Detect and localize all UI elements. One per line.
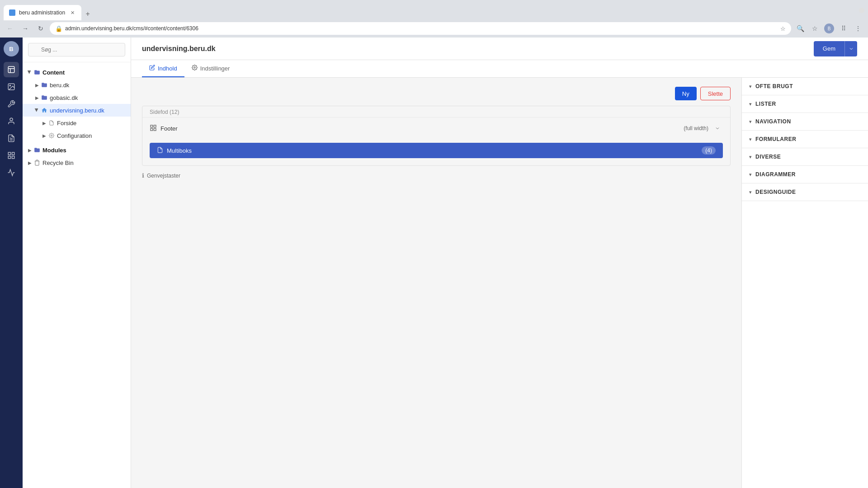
designguide-label: DESIGNGUIDE [755,189,796,195]
navigation-header[interactable]: ▾ NAVIGATION [742,113,868,130]
tab-title: beru administration [19,9,65,16]
footer-meta: (full width) [684,125,708,131]
sidebar-analytics-icon[interactable] [4,165,19,180]
footer-expand-button[interactable] [712,123,723,134]
right-section-diagrammer: ▾ DIAGRAMMER [742,166,868,183]
formularer-header[interactable]: ▾ FORMULARER [742,131,868,148]
beru-label: beru.dk [50,82,69,89]
delete-button[interactable]: Slette [700,87,731,100]
multiboks-item[interactable]: Multiboks (4) [150,143,723,158]
action-bar: Ny Slette [142,87,731,100]
multiboks-label: Multiboks [167,147,192,154]
beru-chevron: ▶ [33,81,41,89]
forward-button[interactable]: → [19,22,32,35]
page-title: undervisning.beru.dk [142,45,216,53]
bookmark-icon-btn[interactable]: ☆ [808,22,821,35]
diverse-chevron: ▾ [749,154,752,160]
gobasic-label: gobasic.dk [50,94,78,101]
tab-indhold[interactable]: Indhold [142,60,184,77]
main-content: undervisning.beru.dk Gem Indhold Indst [131,38,868,488]
browser-chrome: beru administration ✕ + [0,0,868,20]
app-container: B 🔍 [0,38,868,488]
content-chevron: ▶ [26,69,33,76]
diagrammer-header[interactable]: ▾ DIAGRAMMER [742,166,868,183]
info-icon: ℹ [142,172,144,179]
diverse-label: DIVERSE [755,154,781,160]
new-tab-button[interactable]: + [81,8,94,20]
tab-indstillinger[interactable]: Indstillinger [184,60,237,77]
forside-chevron: ▶ [41,119,48,127]
content-tree: ▶ Content ▶ beru.dk ▶ gobasic [23,62,131,488]
diverse-header[interactable]: ▾ DIVERSE [742,148,868,165]
svg-point-13 [194,67,195,68]
svg-point-5 [10,118,13,121]
profile-icon-btn[interactable]: B [823,22,835,35]
content-area: Ny Slette Sidefod (12) Footer (full widt… [131,78,868,488]
right-section-formularer: ▾ FORMULARER [742,131,868,148]
ny-button[interactable]: Ny [675,87,697,100]
search-input[interactable] [28,43,125,56]
designguide-header[interactable]: ▾ DESIGNGUIDE [742,183,868,201]
lister-header[interactable]: ▾ LISTER [742,95,868,113]
tree-item-configuration[interactable]: ▶ Configuration [23,129,131,142]
refresh-button[interactable]: ↻ [34,22,47,35]
ofte-brugt-header[interactable]: ▾ OFTE BRUGT [742,78,868,95]
tab-favicon [9,9,15,16]
tab-indstillinger-label: Indstillinger [200,65,230,72]
svg-rect-11 [8,156,10,159]
gem-button-group: Gem [814,41,857,56]
profile-avatar: B [824,23,834,33]
navigation-chevron: ▾ [749,119,752,125]
tree-item-gobasic[interactable]: ▶ gobasic.dk [23,91,131,104]
sidebar-dashboard-icon[interactable] [4,148,19,163]
tree-item-undervisning[interactable]: ▶ undervisning.beru.dk [23,104,131,117]
active-tab[interactable]: beru administration ✕ [4,5,81,20]
search-box: 🔍 [23,38,131,62]
tree-item-forside[interactable]: ▶ Forside [23,117,131,129]
star-icon[interactable]: ☆ [780,25,786,32]
tab-close-button[interactable]: ✕ [69,9,76,16]
formularer-label: FORMULARER [755,136,796,142]
svg-rect-14 [151,125,153,127]
sidebar-users-icon[interactable] [4,113,19,129]
right-section-designguide: ▾ DESIGNGUIDE [742,183,868,201]
ofte-brugt-chevron: ▾ [749,84,752,89]
navigation-label: NAVIGATION [755,118,791,125]
svg-rect-16 [154,128,156,131]
svg-rect-17 [151,128,153,131]
lister-label: LISTER [755,101,776,107]
right-section-navigation: ▾ NAVIGATION [742,113,868,131]
recycle-bin-icon [33,159,41,166]
lister-chevron: ▾ [749,101,752,107]
user-avatar[interactable]: B [4,41,19,56]
sidebar-forms-icon[interactable] [4,131,19,146]
sidebar-tools-icon[interactable] [4,96,19,112]
gem-dropdown-button[interactable] [844,41,857,56]
browser-right-icons: 🔍 ☆ B ⠿ ⋮ [794,22,864,35]
search-icon-btn[interactable]: 🔍 [794,22,807,35]
extensions-icon-btn[interactable]: ⠿ [837,22,850,35]
multiboks-icon [157,147,163,155]
address-bar[interactable]: 🔒 admin.undervisning.beru.dk/cms/#conten… [50,22,791,35]
diagrammer-label: DIAGRAMMER [755,171,796,178]
modules-folder-icon [33,146,41,154]
svg-rect-8 [8,152,10,155]
footer-grid-icon [150,124,157,133]
gobasic-folder-icon [41,94,48,101]
search-wrapper: 🔍 [28,43,125,56]
forside-doc-icon [48,119,55,127]
tree-item-beru[interactable]: ▶ beru.dk [23,79,131,91]
tree-modules-section[interactable]: ▶ Modules [23,144,131,156]
tree-recycle-bin[interactable]: ▶ Recycle Bin [23,156,131,169]
gem-button[interactable]: Gem [814,41,844,56]
tree-content-section[interactable]: ▶ Content [23,66,131,79]
back-button[interactable]: ← [4,22,16,35]
content-folder-icon [33,69,41,76]
right-section-diverse: ▾ DIVERSE [742,148,868,166]
sidebar-content-icon[interactable] [4,62,19,77]
menu-icon-btn[interactable]: ⋮ [852,22,864,35]
diagrammer-chevron: ▾ [749,172,752,178]
undervisning-chevron: ▶ [33,107,41,114]
sidebar-media-icon[interactable] [4,79,19,94]
modules-label: Modules [42,147,66,154]
